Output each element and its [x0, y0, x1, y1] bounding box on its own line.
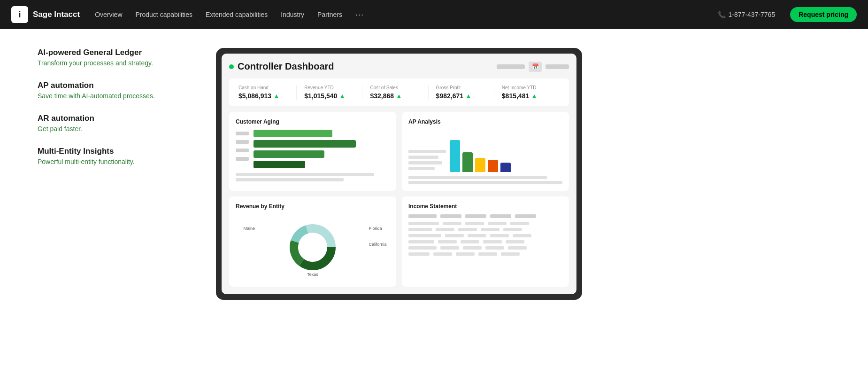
nav-industry[interactable]: Industry — [281, 11, 304, 18]
aging-label-2 — [236, 140, 249, 144]
kpi-revenue-ytd: Revenue YTD $1,015,540 ▲ — [297, 85, 362, 100]
sidebar-me-title: Multi-Entity Insights — [38, 147, 188, 156]
logo-icon: i — [11, 6, 28, 23]
donut-svg — [284, 219, 341, 275]
nav-product-capabilities[interactable]: Product capabilities — [136, 11, 192, 18]
nav-extended-capabilities[interactable]: Extended capabilities — [206, 11, 268, 18]
nav-phone: 📞 1-877-437-7765 — [718, 11, 776, 18]
kpi-arrow-3: ▲ — [465, 92, 472, 100]
sidebar-item-gl[interactable]: AI-powered General Ledger Transform your… — [38, 48, 188, 67]
donut-chart: Maine Florida California Texas — [236, 214, 390, 280]
logo-text: Sage Intacct — [33, 10, 80, 19]
navbar: i Sage Intacct Overview Product capabili… — [0, 0, 868, 29]
sidebar-gl-desc: Transform your processes and strategy. — [38, 59, 188, 67]
kpi-arrow-2: ▲ — [396, 92, 402, 100]
charts-row-1: Customer Aging — [229, 112, 569, 191]
income-statement-chart: Income Statement — [402, 196, 569, 287]
aging-label-3 — [236, 149, 249, 152]
charts-row-2: Revenue by Entity Maine Florida — [229, 196, 569, 287]
dashboard-controls: 📅 — [497, 62, 569, 72]
nav-links: Overview Product capabilities Extended c… — [95, 10, 702, 20]
income-row — [408, 246, 562, 250]
sidebar-item-ar[interactable]: AR automation Get paid faster. — [38, 114, 188, 133]
sidebar-ar-title: AR automation — [38, 114, 188, 123]
request-pricing-button[interactable]: Request pricing — [790, 7, 857, 22]
ap-bar-3 — [475, 158, 485, 172]
calendar-icon[interactable]: 📅 — [529, 62, 542, 72]
kpi-cash-on-hand: Cash on Hand $5,086,913 ▲ — [238, 85, 297, 100]
logo[interactable]: i Sage Intacct — [11, 6, 80, 23]
phone-icon: 📞 — [718, 11, 726, 18]
kpi-row: Cash on Hand $5,086,913 ▲ Revenue YTD $1… — [229, 78, 569, 106]
dashboard-title-row: Controller Dashboard — [229, 61, 334, 72]
aging-label-1 — [236, 132, 249, 135]
sidebar-gl-title: AI-powered General Ledger — [38, 48, 188, 57]
sidebar: AI-powered General Ledger Transform your… — [38, 48, 188, 180]
aging-bars — [253, 130, 390, 168]
ap-bar-1 — [450, 140, 460, 172]
dashboard-header: Controller Dashboard 📅 — [229, 61, 569, 72]
sidebar-ar-desc: Get paid faster. — [38, 125, 188, 133]
income-row — [408, 234, 562, 237]
kpi-arrow-1: ▲ — [339, 92, 346, 100]
customer-aging-chart: Customer Aging — [229, 112, 396, 191]
aging-row-2 — [253, 140, 390, 148]
ctrl-placeholder-1 — [497, 64, 525, 69]
ap-bar-4 — [488, 160, 498, 172]
dashboard-inner: Controller Dashboard 📅 Cash on Hand $5,0… — [222, 54, 576, 294]
income-row — [408, 228, 562, 231]
income-rows — [408, 222, 562, 256]
main-content: AI-powered General Ledger Transform your… — [0, 29, 868, 319]
kpi-gross-profit: Gross Profit $982,671 ▲ — [429, 85, 494, 100]
dashboard-title: Controller Dashboard — [238, 61, 334, 72]
ap-analysis-chart: AP Analysis — [402, 112, 569, 191]
sidebar-item-multi-entity[interactable]: Multi-Entity Insights Powerful multi-ent… — [38, 147, 188, 165]
donut-label-california: California — [369, 242, 386, 247]
sidebar-ap-title: AP automation — [38, 81, 188, 90]
donut-label-florida: Florida — [369, 226, 382, 231]
aging-row-4 — [253, 161, 390, 168]
income-row — [408, 252, 562, 256]
donut-label-texas: Texas — [307, 272, 318, 277]
kpi-arrow-0: ▲ — [273, 92, 280, 100]
sidebar-ap-desc: Save time with AI-automated processes. — [38, 92, 188, 100]
ap-bar-2 — [462, 152, 473, 172]
nav-overview[interactable]: Overview — [95, 11, 122, 18]
kpi-net-income-ytd: Net Income YTD $815,481 ▲ — [494, 85, 560, 100]
nav-partners[interactable]: Partners — [317, 11, 342, 18]
sidebar-item-ap[interactable]: AP automation Save time with AI-automate… — [38, 81, 188, 100]
ctrl-placeholder-2 — [545, 64, 569, 69]
kpi-arrow-4: ▲ — [531, 92, 538, 100]
aging-row-1 — [253, 130, 390, 137]
dashboard-panel: Controller Dashboard 📅 Cash on Hand $5,0… — [216, 48, 582, 300]
revenue-entity-chart: Revenue by Entity Maine Florida — [229, 196, 396, 287]
kpi-cost-of-sales: Cost of Sales $32,868 ▲ — [362, 85, 428, 100]
aging-row-3 — [253, 150, 390, 158]
nav-more-dots[interactable]: ··· — [355, 10, 364, 20]
status-dot — [229, 64, 234, 69]
sidebar-me-desc: Powerful multi-entity functionality. — [38, 158, 188, 165]
ap-bar-5 — [500, 163, 511, 172]
svg-point-4 — [300, 234, 326, 260]
donut-label-maine: Maine — [243, 226, 255, 231]
income-row — [408, 240, 562, 243]
aging-label-4 — [236, 157, 249, 161]
income-row — [408, 222, 562, 225]
